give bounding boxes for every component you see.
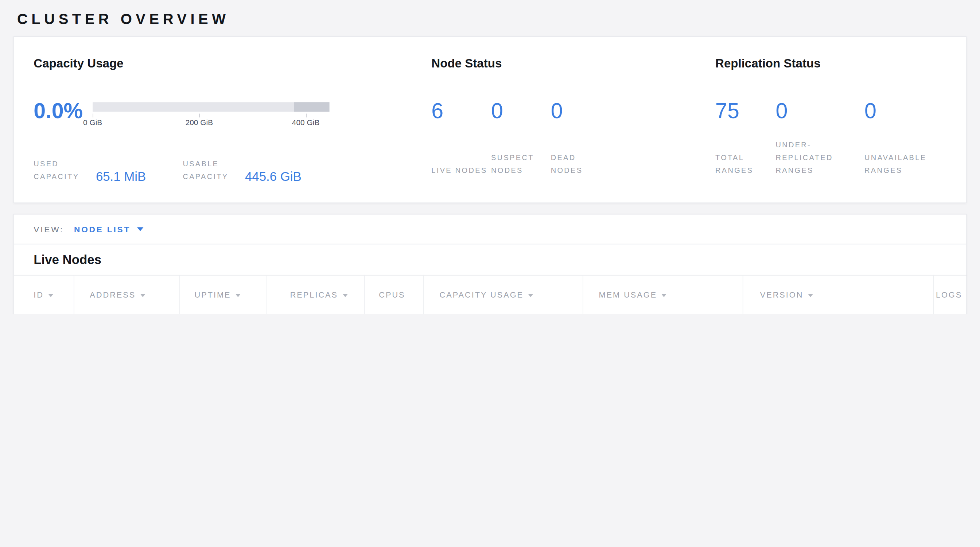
chevron-down-icon [137,227,143,231]
total-ranges-count: 75 [715,99,775,122]
column-header[interactable]: UPTIME [179,275,267,314]
node-table: ID ADDRESS UPTIME REPLICAS CPUS CAPACITY… [14,275,967,314]
usable-capacity-label: USABLE CAPACITY [183,157,239,183]
used-capacity-label: USED CAPACITY [33,157,89,183]
stat-under-replicated-ranges: 0 UNDER-REPLICATED RANGES [775,99,864,177]
sort-arrow-icon [661,294,667,297]
cluster-overview-page: CLUSTER OVERVIEW Capacity Usage 0.0% 0 G… [0,0,980,314]
view-select-dropdown[interactable]: NODE LIST [74,224,143,234]
column-header-label: MEM USAGE [599,290,657,299]
capacity-usage-chart: 0.0% 0 GiB 200 GiB 400 GiB [33,99,431,130]
sort-arrow-icon [48,294,53,297]
sort-arrow-icon [342,294,347,297]
column-header[interactable]: CAPACITY USAGE [423,275,582,314]
capacity-axis: 0 GiB 200 GiB 400 GiB [92,111,329,129]
column-header-label: VERSION [760,290,803,299]
stat-dead-nodes: 0 DEAD NODES [551,99,611,177]
view-bar: VIEW: NODE LIST [14,215,966,244]
column-header-label: ID [33,290,44,299]
capacity-bar-reserved-segment [294,102,329,111]
column-header[interactable]: LOGS [933,275,967,314]
stat-live-nodes: 6 LIVE NODES [431,99,491,177]
suspect-nodes-count: 0 [491,99,551,122]
unavailable-ranges-label: UNAVAILABLE RANGES [864,151,947,177]
usable-capacity-value: 445.6 GiB [245,170,302,184]
usable-capacity-stat: USABLE CAPACITY 445.6 GiB [183,157,301,183]
node-list-panel: VIEW: NODE LIST Live Nodes ID ADDRESS UP… [13,214,967,314]
column-header[interactable]: ID [14,275,74,314]
column-header-label: ADDRESS [90,290,135,299]
sort-arrow-icon [808,294,813,297]
column-header[interactable]: CPUS [364,275,423,314]
sort-arrow-icon [140,294,145,297]
axis-tick-0: 0 GiB [83,118,102,127]
live-nodes-label: LIVE NODES [431,164,491,177]
live-nodes-count: 6 [431,99,491,122]
page-title: CLUSTER OVERVIEW [0,0,980,28]
column-header-label: LOGS [936,290,962,299]
total-ranges-label: TOTAL RANGES [715,151,775,177]
column-header-label: CPUS [379,290,405,299]
replication-status-section: Replication Status 75 TOTAL RANGES 0 UND… [715,56,947,202]
under-replicated-count: 0 [775,99,864,122]
dead-nodes-label: DEAD NODES [551,151,611,177]
used-capacity-stat: USED CAPACITY 65.1 MiB [33,157,183,183]
sort-arrow-icon [528,294,533,297]
node-status-stats: 6 LIVE NODES 0 SUSPECT NODES 0 DEAD NODE… [431,99,715,177]
stat-suspect-nodes: 0 SUSPECT NODES [491,99,551,177]
used-capacity-value: 65.1 MiB [96,170,146,184]
axis-tick-400: 400 GiB [292,118,320,127]
table-header-row: ID ADDRESS UPTIME REPLICAS CPUS CAPACITY… [14,275,967,314]
column-header[interactable]: MEM USAGE [582,275,743,314]
replication-status-stats: 75 TOTAL RANGES 0 UNDER-REPLICATED RANGE… [715,99,947,177]
node-status-section: Node Status 6 LIVE NODES 0 SUSPECT NODES… [431,56,715,202]
column-header-label: CAPACITY USAGE [440,290,524,299]
column-header[interactable]: VERSION [743,275,933,314]
axis-tick-200: 200 GiB [186,118,213,127]
live-nodes-title: Live Nodes [33,253,966,267]
capacity-usage-title: Capacity Usage [33,56,431,70]
dead-nodes-count: 0 [551,99,611,122]
sort-arrow-icon [235,294,240,297]
column-header-label: REPLICAS [290,290,338,299]
view-selected-value: NODE LIST [74,224,130,234]
node-status-title: Node Status [431,56,715,70]
stat-total-ranges: 75 TOTAL RANGES [715,99,775,177]
column-header[interactable]: REPLICAS [267,275,364,314]
column-header[interactable]: ADDRESS [74,275,179,314]
view-label: VIEW: [33,224,64,234]
capacity-usage-section: Capacity Usage 0.0% 0 GiB 200 GiB 400 Gi… [33,56,431,202]
suspect-nodes-label: SUSPECT NODES [491,151,551,177]
capacity-bar [92,102,329,111]
column-header-label: UPTIME [195,290,231,299]
unavailable-ranges-count: 0 [864,99,947,122]
under-replicated-label: UNDER-REPLICATED RANGES [775,138,864,177]
stat-unavailable-ranges: 0 UNAVAILABLE RANGES [864,99,947,177]
replication-status-title: Replication Status [715,56,947,70]
summary-card: Capacity Usage 0.0% 0 GiB 200 GiB 400 Gi… [13,36,967,203]
